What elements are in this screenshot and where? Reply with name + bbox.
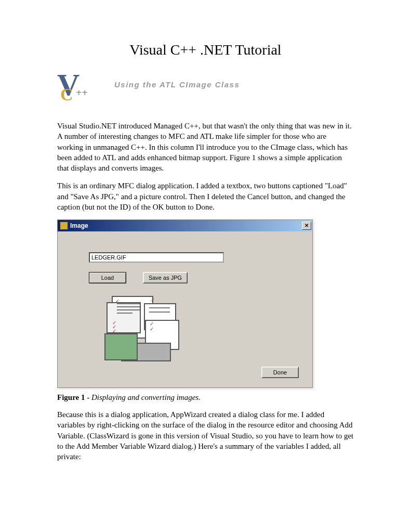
figure-label: Figure 1 - [57, 393, 89, 401]
close-icon[interactable]: ✕ [302, 222, 311, 230]
figure-caption-text: Displaying and converting images. [91, 393, 201, 401]
dialog-title: Image [70, 222, 302, 229]
done-button-label: Done [273, 369, 287, 375]
figure-caption: Figure 1 - Displaying and converting ima… [57, 393, 354, 402]
filename-input[interactable]: LEDGER.GIF [89, 252, 224, 263]
save-button[interactable]: Save as JPG [143, 272, 188, 283]
page-title: Visual C++ .NET Tutorial [57, 42, 354, 58]
header-row: V C ++ Using the ATL CImage Class [57, 74, 354, 108]
figure-1-screenshot: Image ✕ LEDGER.GIF Load Save as JPG [57, 219, 354, 388]
image-dialog: Image ✕ LEDGER.GIF Load Save as JPG [57, 219, 313, 388]
paragraph-3: Because this is a dialog application, Ap… [57, 409, 354, 462]
save-button-label: Save as JPG [149, 275, 182, 281]
cpp-logo: V C ++ [57, 71, 94, 108]
app-icon [60, 222, 68, 230]
picture-control [89, 296, 177, 364]
dialog-body: LEDGER.GIF Load Save as JPG [58, 231, 312, 387]
dialog-titlebar: Image ✕ [58, 220, 312, 231]
done-button[interactable]: Done [261, 367, 299, 378]
page-subtitle: Using the ATL CImage Class [114, 80, 240, 89]
paragraph-2: This is an ordinary MFC dialog applicati… [57, 180, 354, 212]
load-button-label: Load [101, 275, 114, 281]
filename-value: LEDGER.GIF [91, 254, 126, 261]
load-button[interactable]: Load [89, 272, 126, 283]
paragraph-1: Visual Studio.NET introduced Managed C++… [57, 121, 354, 173]
